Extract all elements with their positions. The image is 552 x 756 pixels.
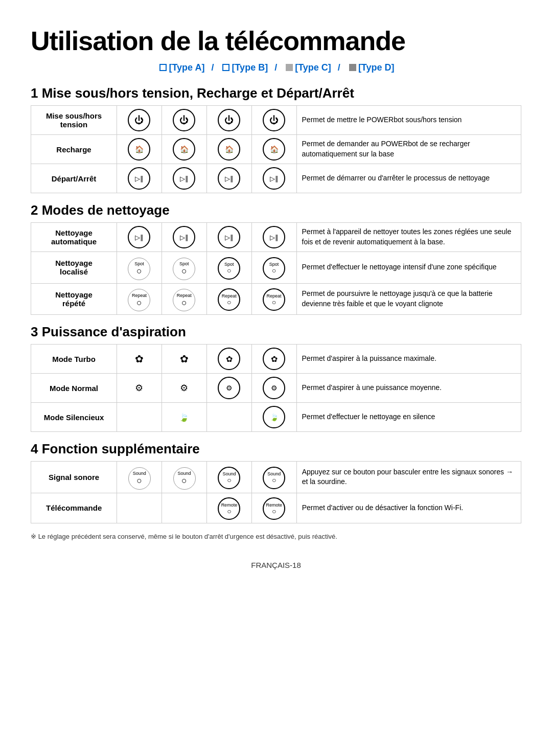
power-btn-a: ⏻ [128,109,150,131]
section4-table: Signal sonore Sound ○ Sound ○ Sound ○ So… [31,461,521,523]
icon-cell-a [117,403,162,432]
icon-cell-d: 🍃 [251,403,296,432]
icon-cell-b: Repeat ○ [162,283,206,315]
spot-btn-a: Spot ○ [128,258,150,280]
icon-cell-d: Sound ○ [251,462,296,493]
icon-cell-c: Remote ○ [206,493,251,523]
section1-table: Mise sous/horstension ⏻ ⏻ ⏻ ⏻ Permet de … [31,105,521,193]
start-btn-d: ▷∥ [263,167,285,190]
type-d: [Type D] [347,62,395,73]
normal-btn-b: ⚙ [173,377,195,399]
icon-cell-c: ▷∥ [206,164,251,193]
table-row: Mode Turbo ✿ ✿ ✿ ✿ Permet d'aspirer à la… [31,345,521,374]
icon-cell-d: Spot ○ [251,252,296,284]
table-row: Départ/Arrêt ▷∥ ▷∥ ▷∥ ▷∥ Permet de démar… [31,164,521,193]
row-desc: Permet de mettre le POWERbot sous/hors t… [296,106,521,135]
row-desc: Permet d'aspirer à une puissance moyenne… [296,374,521,403]
icon-cell-a: ⏻ [117,106,162,135]
table-row: Nettoyagerépété Repeat ○ Repeat ○ Repeat… [31,283,521,315]
table-row: Recharge 🏠 🏠 🏠 🏠 Permet de demander au P… [31,135,521,164]
row-desc: Permet d'aspirer à la puissance maximale… [296,345,521,374]
icon-cell-c: 🏠 [206,135,251,164]
icon-cell-b: 🍃 [162,403,206,432]
type-bar: [Type A] / [Type B] / [Type C] / [Type D… [31,62,521,73]
row-desc: Permet d'activer ou de désactiver la fon… [296,493,521,523]
section1-title: 1 Mise sous/hors tension, Recharge et Dé… [31,85,521,101]
icon-cell-a [117,493,162,523]
remote-btn-d: Remote ○ [263,497,285,520]
icon-cell-d: ⚙ [251,374,296,403]
separator3: / [338,62,343,73]
icon-cell-d: Remote ○ [251,493,296,523]
row-label: Nettoyageautomatique [31,223,117,252]
recharge-btn-d: 🏠 [263,138,285,161]
icon-cell-d: ✿ [251,345,296,374]
row-desc: Permet de demander au POWERbot de se rec… [296,135,521,164]
icon-cell-a: ▷∥ [117,164,162,193]
repeat-btn-b: Repeat ○ [173,289,195,311]
type-a: [Type A] [157,62,204,73]
repeat-btn-c: Repeat ○ [218,288,240,311]
power-btn-b: ⏻ [173,109,195,131]
spot-btn-c: Spot ○ [218,257,240,280]
icon-cell-a: Sound ○ [117,462,162,493]
table-row: Télécommande Remote ○ Remote ○ Permet d'… [31,493,521,523]
icon-cell-a: Spot ○ [117,252,162,284]
power-btn-c: ⏻ [218,109,240,131]
auto-btn-b: ▷∥ [173,226,195,248]
row-label: Télécommande [31,493,117,523]
silent-btn-d: 🍃 [263,406,285,428]
sound-btn-d: Sound ○ [263,467,285,489]
icon-cell-d: Repeat ○ [251,283,296,315]
icon-cell-c: Repeat ○ [206,283,251,315]
sound-btn-c: Sound ○ [218,467,240,489]
icon-cell-c: ⚙ [206,374,251,403]
icon-cell-d: ▷∥ [251,164,296,193]
icon-cell-b: ⚙ [162,374,206,403]
icon-cell-d: ▷∥ [251,223,296,252]
silent-btn-b: 🍃 [173,406,195,428]
normal-btn-c: ⚙ [218,377,240,399]
normal-btn-d: ⚙ [263,377,285,399]
row-desc: Permet de démarrer ou d'arrêter le proce… [296,164,521,193]
type-c: [Type C] [284,62,331,73]
table-row: Signal sonore Sound ○ Sound ○ Sound ○ So… [31,462,521,493]
turbo-btn-a: ✿ [128,348,150,370]
icon-cell-b [162,493,207,523]
icon-cell-a: Repeat ○ [117,283,162,315]
icon-cell-c: ▷∥ [206,223,251,252]
start-btn-c: ▷∥ [218,167,240,190]
start-btn-a: ▷∥ [128,167,150,190]
normal-btn-a: ⚙ [128,377,150,399]
table-row: Nettoyagelocalisé Spot ○ Spot ○ Spot ○ S… [31,252,521,284]
row-label: Mode Turbo [31,345,117,374]
row-label: Départ/Arrêt [31,164,117,193]
turbo-btn-b: ✿ [173,348,195,370]
icon-cell-c: Spot ○ [206,252,251,284]
row-desc: Permet à l'appareil de nettoyer toutes l… [296,223,521,252]
icon-cell-b: ⏻ [162,106,206,135]
icon-cell-b: ▷∥ [162,223,206,252]
row-desc: Appuyez sur ce bouton pour basculer entr… [296,462,521,493]
row-desc: Permet d'effectuer le nettoyage en silen… [296,403,521,432]
icon-cell-d: 🏠 [251,135,296,164]
row-label: Mode Silencieux [31,403,117,432]
type-b: [Type B] [220,62,268,73]
row-desc: Permet de poursuivre le nettoyage jusqu'… [296,283,521,315]
section3-table: Mode Turbo ✿ ✿ ✿ ✿ Permet d'aspirer à la… [31,344,521,432]
icon-cell-a: 🏠 [117,135,162,164]
row-label: Recharge [31,135,117,164]
row-label: Signal sonore [31,462,117,493]
table-row: Nettoyageautomatique ▷∥ ▷∥ ▷∥ ▷∥ Permet … [31,223,521,252]
power-btn-d: ⏻ [263,109,285,131]
auto-btn-a: ▷∥ [128,226,150,248]
page-title: Utilisation de la télécommande [31,26,521,56]
separator1: / [211,62,216,73]
sound-btn-a: Sound ○ [128,467,151,490]
repeat-btn-d: Repeat ○ [263,288,285,311]
auto-btn-c: ▷∥ [218,226,240,248]
row-label: Mise sous/horstension [31,106,117,135]
icon-cell-b: Sound ○ [162,462,207,493]
footer-note: Le réglage précédent sera conservé, même… [31,533,521,540]
icon-cell-b: Spot ○ [162,252,206,284]
